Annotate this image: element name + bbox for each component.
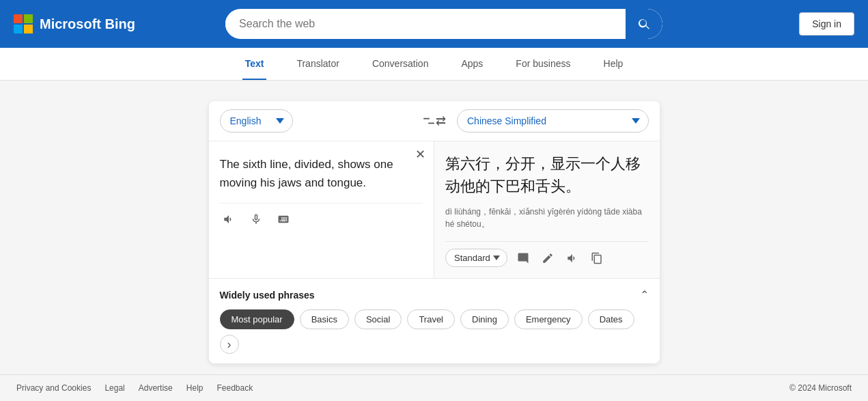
source-toolbar xyxy=(220,203,423,228)
source-lang-select[interactable]: English French German Spanish Japanese K… xyxy=(220,109,293,133)
search-input[interactable] xyxy=(225,18,626,30)
microphone-icon xyxy=(250,213,262,225)
search-icon xyxy=(638,18,650,30)
collapse-phrases-button[interactable]: ⌃ xyxy=(640,288,649,301)
footer-copyright: © 2024 Microsoft xyxy=(789,383,852,384)
edit-icon xyxy=(542,252,554,264)
clear-text-button[interactable]: ✕ xyxy=(415,148,425,161)
phrase-tag-most-popular[interactable]: Most popular xyxy=(220,309,294,329)
nav-text[interactable]: Text xyxy=(242,49,267,80)
copy-translation-button[interactable] xyxy=(588,249,606,267)
footer-help-link[interactable]: Help xyxy=(186,383,204,384)
sign-in-button[interactable]: Sign in xyxy=(799,12,854,36)
search-form xyxy=(225,9,662,39)
chat-icon xyxy=(517,252,529,264)
phrase-tag-travel[interactable]: Travel xyxy=(407,309,455,329)
listen-translation-button[interactable] xyxy=(563,249,581,267)
speaker-icon xyxy=(223,213,235,225)
logo-area: Microsoft Bing xyxy=(14,14,150,33)
target-lang-container: Chinese Simplified Chinese Traditional F… xyxy=(457,109,649,133)
edit-translation-button[interactable] xyxy=(539,249,557,267)
main-nav: Text Translator Conversation Apps For bu… xyxy=(0,48,868,81)
microsoft-logo xyxy=(14,14,33,33)
phrase-tags-container: Most popular Basics Social Travel Dining… xyxy=(220,309,649,354)
more-phrase-tags-button[interactable]: › xyxy=(220,335,239,354)
target-lang-select[interactable]: Chinese Simplified Chinese Traditional F… xyxy=(457,109,649,133)
swap-icon xyxy=(422,114,436,128)
search-bar xyxy=(225,9,662,39)
target-toolbar: Standard Natural xyxy=(445,241,649,267)
footer-legal-link[interactable]: Legal xyxy=(104,383,124,384)
target-panel: 第六行，分开，显示一个人移动他的下巴和舌头。 dì liùháng，fēnkāi… xyxy=(434,141,660,278)
nav-conversation[interactable]: Conversation xyxy=(369,49,432,80)
nav-apps[interactable]: Apps xyxy=(458,49,486,80)
language-row: English French German Spanish Japanese K… xyxy=(209,101,660,141)
phrases-header: Widely used phrases ⌃ xyxy=(220,288,649,301)
phrase-tag-dates[interactable]: Dates xyxy=(588,309,634,329)
nav-for-business[interactable]: For business xyxy=(513,49,573,80)
nav-help[interactable]: Help xyxy=(601,49,626,80)
listen-source-button[interactable] xyxy=(220,210,238,228)
footer: Privacy and Cookies Legal Advertise Help… xyxy=(0,374,868,384)
phrase-tag-dining[interactable]: Dining xyxy=(460,309,509,329)
search-button[interactable] xyxy=(626,9,662,39)
feedback-button[interactable] xyxy=(514,249,532,267)
translation-panels: ✕ The sixth line, divided, shows one mov… xyxy=(209,141,660,278)
footer-feedback-link[interactable]: Feedback xyxy=(216,383,253,384)
phrase-tag-emergency[interactable]: Emergency xyxy=(514,309,583,329)
header: Microsoft Bing Sign in xyxy=(0,0,868,48)
phrase-tag-social[interactable]: Social xyxy=(354,309,402,329)
translator-card: English French German Spanish Japanese K… xyxy=(209,101,660,363)
copy-icon xyxy=(591,252,603,264)
site-title: Microsoft Bing xyxy=(40,16,135,32)
romanized-text: dì liùháng，fēnkāi，xiǎnshì yīgèrén yídòng… xyxy=(445,206,649,230)
keyboard-icon xyxy=(277,213,290,225)
translated-text: 第六行，分开，显示一个人移动他的下巴和舌头。 xyxy=(445,152,649,197)
phrase-tag-basics[interactable]: Basics xyxy=(300,309,349,329)
voice-standard-select[interactable]: Standard Natural xyxy=(445,249,507,267)
footer-links: Privacy and Cookies Legal Advertise Help… xyxy=(16,383,253,384)
footer-privacy-link[interactable]: Privacy and Cookies xyxy=(16,383,91,384)
footer-advertise-link[interactable]: Advertise xyxy=(139,383,173,384)
source-panel: ✕ The sixth line, divided, shows one mov… xyxy=(209,141,435,278)
speaker-translation-icon xyxy=(566,252,578,264)
source-text: The sixth line, divided, shows one movin… xyxy=(220,155,423,192)
microphone-button[interactable] xyxy=(247,210,265,228)
swap-languages-button[interactable]: ⇄ xyxy=(418,109,450,133)
nav-translator[interactable]: Translator xyxy=(294,49,342,80)
phrases-section: Widely used phrases ⌃ Most popular Basic… xyxy=(209,278,660,363)
keyboard-button[interactable] xyxy=(275,210,292,228)
source-lang-container: English French German Spanish Japanese K… xyxy=(220,109,412,133)
phrases-title: Widely used phrases xyxy=(220,290,315,301)
main-content: English French German Spanish Japanese K… xyxy=(0,81,868,384)
